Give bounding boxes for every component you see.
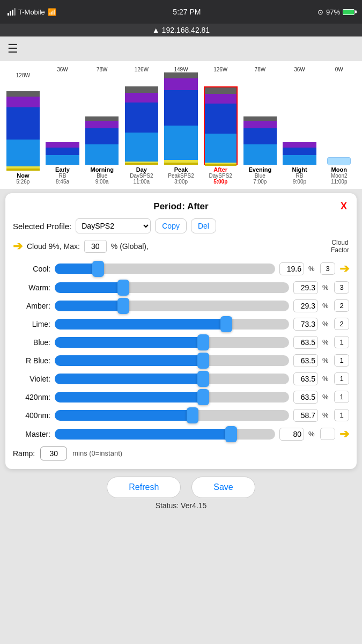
bar-sub-morning: Blue <box>97 173 107 179</box>
bar-group-peak[interactable]: 149WPeakPeakSPS23:00p <box>161 67 201 185</box>
cloud-max-input[interactable] <box>84 240 107 253</box>
slider-thumb-8[interactable] <box>187 407 198 423</box>
cf-box-6[interactable] <box>334 372 349 385</box>
bar-sub-night: RB <box>296 173 304 179</box>
slider-name-3: Lime: <box>13 320 50 328</box>
bar-sub-early: RB <box>59 173 67 179</box>
cf-box-7[interactable] <box>334 391 349 403</box>
cf-box-1[interactable] <box>334 281 349 294</box>
slider-row-5: R Blue:% <box>13 354 349 367</box>
battery-percent: 97% <box>326 8 340 16</box>
slider-value-2[interactable] <box>293 299 318 312</box>
bar-group-evening[interactable]: 78WEveningBlue7:00p <box>240 67 280 185</box>
slider-track-9[interactable] <box>55 429 275 440</box>
slider-value-7[interactable] <box>293 391 318 404</box>
slider-value-1[interactable] <box>293 281 318 294</box>
cf-box-5[interactable] <box>334 354 349 367</box>
slider-value-9[interactable] <box>279 428 304 441</box>
slider-thumb-3[interactable] <box>220 316 232 332</box>
slider-value-0[interactable] <box>279 262 304 275</box>
bar-group-moon[interactable]: 0WMoonMoon211:00p <box>319 67 359 185</box>
bar-group-now[interactable]: 128WNow5:26p <box>3 72 43 185</box>
del-button[interactable]: Del <box>191 218 216 233</box>
slider-thumb-5[interactable] <box>197 353 209 369</box>
slider-row-3: Lime:% <box>13 318 349 331</box>
slider-name-0: Cool: <box>13 265 50 273</box>
bar-group-day[interactable]: 126WDayDaySPS211:00a <box>122 67 161 185</box>
cf-box-8[interactable] <box>334 409 349 421</box>
bar-time-peak: 3:00p <box>174 179 188 185</box>
bar-time-after: 5:00p <box>213 179 227 185</box>
location-icon: ⊙ <box>317 8 323 16</box>
cf-box-0[interactable] <box>320 262 335 275</box>
slider-value-5[interactable] <box>293 354 318 367</box>
status-right: ⊙ 97% <box>317 8 354 16</box>
slider-track-8[interactable] <box>55 410 289 421</box>
bar-time-day: 11:00a <box>134 179 150 185</box>
signal-icon <box>8 8 16 16</box>
save-button[interactable]: Save <box>191 477 255 498</box>
bar-group-morning[interactable]: 78WMorningBlue9:00a <box>82 67 122 185</box>
bar-name-after: After <box>213 166 227 173</box>
slider-pct-5: % <box>322 356 330 364</box>
slider-pct-6: % <box>322 375 330 383</box>
status-left: T-Mobile 📶 <box>8 8 56 16</box>
slider-thumb-7[interactable] <box>197 389 209 405</box>
cf-box-2[interactable] <box>334 299 349 312</box>
copy-button[interactable]: Copy <box>155 218 187 233</box>
bar-watts-night: 36W <box>294 67 305 72</box>
slider-thumb-0[interactable] <box>92 261 104 277</box>
bar-watts-early: 36W <box>57 67 68 72</box>
bar-group-early[interactable]: 36WEarlyRB8:45a <box>43 67 83 185</box>
bar-group-night[interactable]: 36WNightRB9:00p <box>280 67 320 185</box>
slider-name-9: Master: <box>13 430 50 438</box>
bar-name-early: Early <box>55 166 70 173</box>
slider-value-3[interactable] <box>293 318 318 331</box>
cf-box-3[interactable] <box>334 318 349 330</box>
bar-time-night: 9:00p <box>293 179 306 185</box>
slider-track-2[interactable] <box>55 301 289 311</box>
slider-thumb-1[interactable] <box>117 280 129 296</box>
cf-box-9[interactable] <box>320 428 335 440</box>
slider-thumb-9[interactable] <box>225 426 237 442</box>
panel-title: Period: After <box>24 201 338 212</box>
bar-group-after[interactable]: 126WAfterDaySPS25:00p <box>201 67 240 185</box>
profile-select[interactable]: DaySPS2 <box>76 218 151 233</box>
slider-thumb-6[interactable] <box>197 371 209 387</box>
bar-name-evening: Evening <box>248 166 271 173</box>
period-panel: Period: After X Selected Profile: DaySPS… <box>5 193 357 469</box>
slider-row-2: Amber:% <box>13 299 349 312</box>
slider-thumb-4[interactable] <box>197 334 209 350</box>
bar-sub-evening: Blue <box>255 173 265 179</box>
cool-arrow-icon: ➔ <box>339 262 349 276</box>
slider-track-5[interactable] <box>55 355 289 366</box>
hamburger-menu[interactable]: ☰ <box>8 42 18 55</box>
slider-track-1[interactable] <box>55 282 289 293</box>
slider-row-8: 400nm:% <box>13 409 349 422</box>
bar-time-now: 5:26p <box>16 179 29 185</box>
chart-container: 128WNow5:26p36WEarlyRB8:45a78WMorningBlu… <box>3 67 359 185</box>
ramp-row: Ramp: mins (0=instant) <box>13 447 349 460</box>
slider-value-8[interactable] <box>293 409 318 422</box>
slider-track-4[interactable] <box>55 337 289 348</box>
slider-track-7[interactable] <box>55 392 289 402</box>
slider-thumb-2[interactable] <box>117 298 129 314</box>
slider-name-8: 400nm: <box>13 411 50 420</box>
status-row: Status: Ver4.15 <box>0 501 362 510</box>
wifi-icon: 📶 <box>48 8 56 16</box>
slider-track-3[interactable] <box>55 319 289 330</box>
slider-name-2: Amber: <box>13 302 50 310</box>
cf-box-4[interactable] <box>334 336 349 348</box>
slider-value-4[interactable] <box>293 336 318 349</box>
slider-track-0[interactable] <box>55 264 275 274</box>
battery-icon <box>343 9 354 15</box>
slider-value-6[interactable] <box>293 372 318 385</box>
bar-watts-now: 128W <box>16 72 30 78</box>
bar-sub-moon: Moon2 <box>331 173 348 179</box>
cloud-arrow-icon: ➔ <box>13 239 23 253</box>
slider-pct-4: % <box>322 338 330 346</box>
slider-track-6[interactable] <box>55 374 289 384</box>
refresh-button[interactable]: Refresh <box>107 477 181 498</box>
close-button[interactable]: X <box>338 201 349 212</box>
ramp-input[interactable] <box>40 447 67 460</box>
